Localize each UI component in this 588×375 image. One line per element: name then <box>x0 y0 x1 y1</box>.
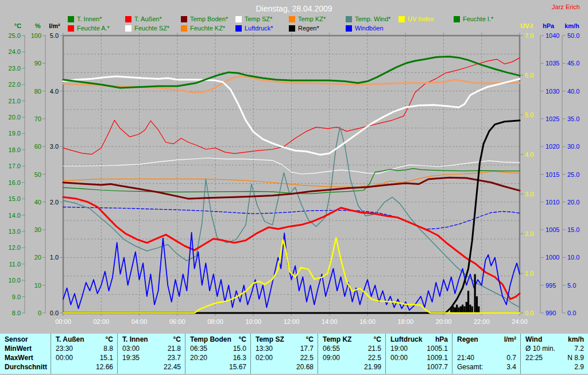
legend-item-regen-: Regen* <box>289 25 319 32</box>
x-tick-label: 12:00 <box>284 318 300 325</box>
table-max-row-value: 0.7 <box>506 353 516 362</box>
legend-swatch-icon <box>289 25 295 32</box>
celsius-tick-label: 24.0 <box>9 48 21 55</box>
rain-bar <box>454 307 456 313</box>
table-column-header-label: Regen <box>457 335 478 344</box>
weather-app-window: Dienstag, 28.04.2009 Jarz Erich T. Innen… <box>0 0 588 375</box>
kmh-tick-label: 35.0 <box>567 115 579 122</box>
table-avg-row-value: 1007.7 <box>427 362 448 372</box>
table-max-row-label: 20:20 <box>190 353 207 362</box>
table-column-temp-boden: Temp Boden°C06:3515.020:2016.315.67 <box>185 334 250 374</box>
uvi-tick-label: 4.0 <box>525 151 533 158</box>
lm2-tick-label: 1.0 <box>50 254 59 261</box>
table-max-row: 09:0022.5 <box>318 353 385 362</box>
legend-swatch-icon <box>235 16 242 22</box>
axis-header-: % <box>30 22 46 29</box>
celsius-tick-label: 12.0 <box>9 244 21 251</box>
legend-swatch-icon <box>181 25 187 32</box>
celsius-tick-label: 11.0 <box>9 261 21 268</box>
x-tick-label: 20:00 <box>436 318 452 325</box>
table-max-row-value: 15.1 <box>100 353 113 362</box>
table-row-label: MinWert <box>0 344 51 353</box>
table-min-row-value: 7.2 <box>574 344 584 353</box>
rain-bar <box>469 305 471 313</box>
table-max-row-value: N 8.9 <box>567 353 584 362</box>
table-min-row: 06:3515.0 <box>185 344 250 353</box>
hpa-tick-label: 1025 <box>546 115 559 122</box>
legend-item-feuchte-sz-: Feuchte SZ* <box>125 25 169 32</box>
table-column-header-value: l/m² <box>504 335 516 344</box>
table-max-row-value: 22.5 <box>300 353 314 362</box>
percent-tick-label: 80 <box>34 88 41 95</box>
rain-bar <box>460 306 462 313</box>
legend-item-feuchte-i-: Feuchte I.* <box>454 16 493 22</box>
table-max-row-label: 02:00 <box>256 353 273 362</box>
hpa-tick-label: 1020 <box>546 143 559 150</box>
legend-label: Feuchte A.* <box>77 25 110 32</box>
table-column-header: T. Innen°C <box>118 335 185 344</box>
legend-label: T. Innen* <box>77 16 102 22</box>
legend-label: Temp KZ* <box>298 16 326 22</box>
lm2-tick-label: 5.0 <box>50 32 59 39</box>
table-header-sensor: Sensor <box>0 335 51 344</box>
table-max-row: 00:0015.1 <box>51 353 117 362</box>
kmh-tick-label: 45.0 <box>567 60 579 67</box>
table-min-row-value: 21.5 <box>368 344 381 353</box>
table-max-row-value: 16.3 <box>233 353 246 362</box>
uvi-tick-label: 3.0 <box>525 191 533 198</box>
celsius-tick-label: 10.0 <box>9 277 21 284</box>
legend-label: UV Index <box>408 16 434 22</box>
legend-label: Luftdruck* <box>245 25 273 32</box>
kmh-tick-label: 50.0 <box>567 32 579 39</box>
statistics-table: SensorMinWertMaxWertDurchschnittT. Außen… <box>0 334 588 374</box>
kmh-tick-label: 30.0 <box>567 143 579 150</box>
lm2-tick-label: 0.0 <box>50 310 59 316</box>
table-avg-row: 20.68 <box>251 362 318 372</box>
table-avg-row-value: 2.9 <box>574 362 584 372</box>
celsius-tick-label: 8.0 <box>12 310 21 316</box>
table-min-row <box>452 344 520 353</box>
table-column-header: Windkm/h <box>521 335 588 344</box>
lm2-tick-label: 3.0 <box>50 143 59 150</box>
table-min-row: 06:5521.5 <box>318 344 385 353</box>
percent-tick-label: 10 <box>34 282 41 289</box>
legend-swatch-icon <box>346 16 352 22</box>
table-column-header-label: Luftdruck <box>390 335 422 344</box>
table-row-label-label: MaxWert <box>5 353 33 362</box>
x-tick-label: 24:00 <box>512 318 528 325</box>
kmh-tick-label: 5.0 <box>567 282 576 289</box>
table-column-header-label: Temp KZ <box>323 335 351 344</box>
legend-swatch-icon <box>454 16 460 22</box>
kmh-tick-label: 25.0 <box>567 171 579 178</box>
hpa-tick-label: 1010 <box>546 199 559 206</box>
percent-tick-label: 100 <box>31 32 41 39</box>
celsius-tick-label: 16.0 <box>9 179 21 186</box>
celsius-tick-label: 20.0 <box>9 114 21 121</box>
percent-tick-label: 90 <box>34 60 41 67</box>
table-column-header: LuftdruckhPa <box>386 335 452 344</box>
legend-label: Temp SZ* <box>245 16 272 22</box>
table-avg-row: 21.99 <box>318 362 385 372</box>
rain-bar <box>452 306 454 313</box>
legend-swatch-icon <box>68 16 74 22</box>
table-column-header: Regenl/m² <box>452 335 520 344</box>
rain-bar <box>476 296 478 313</box>
table-max-row: 21:400.7 <box>452 353 520 362</box>
legend-swatch-icon <box>68 25 74 32</box>
table-avg-row: 15.67 <box>185 362 250 372</box>
table-min-row: 03:0021.8 <box>118 344 185 353</box>
lm2-tick-label: 2.0 <box>50 199 59 206</box>
legend-item-windb-en: Windböen <box>346 25 384 32</box>
legend-label: T. Außen* <box>134 16 162 22</box>
table-column-header-label: T. Innen <box>122 335 148 344</box>
hpa-tick-label: 1030 <box>546 88 559 95</box>
x-tick-label: 14:00 <box>322 318 338 325</box>
table-max-row-label: 19:35 <box>122 353 140 362</box>
x-tick-label: 00:00 <box>55 318 71 325</box>
axis-header-c: °C <box>8 22 28 29</box>
percent-tick-label: 30 <box>34 226 41 233</box>
legend-item-feuchte-a-: Feuchte A.* <box>68 25 110 32</box>
table-max-row: 20:2016.3 <box>185 353 250 362</box>
kmh-tick-label: 20.0 <box>567 199 579 206</box>
percent-tick-label: 60 <box>34 143 41 150</box>
